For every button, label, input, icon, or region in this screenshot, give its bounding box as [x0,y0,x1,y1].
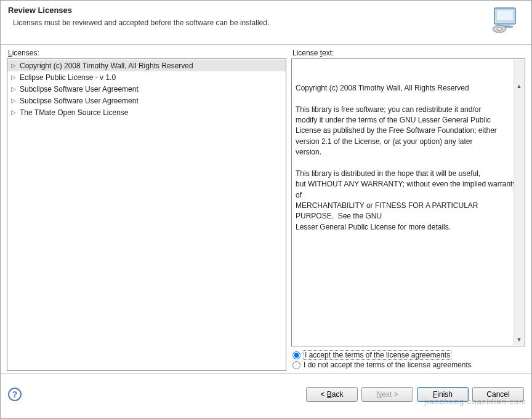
content-area: Licenses: ▷Copyright (c) 2008 Timothy Wa… [1,45,531,373]
license-tree-item[interactable]: ▷Eclipse Public License - v 1.0 [7,71,286,83]
page-title: Review Licenses [8,6,491,15]
tree-expand-icon[interactable]: ▷ [11,109,18,116]
decline-radio-label: I do not accept the terms of the license… [304,361,472,369]
tree-expand-icon[interactable]: ▷ [11,86,18,92]
decline-radio[interactable] [292,361,300,369]
accept-radio-label: I accept the terms of the license agreem… [304,351,451,359]
license-tree-item-label: Copyright (c) 2008 Timothy Wall, All Rig… [18,62,193,70]
license-tree-item-label: Subclipse Software User Agreement [18,85,139,94]
dialog-footer: ? < Back Next > Finish Cancel [1,373,531,414]
license-text-area[interactable]: Copyright (c) 2008 Timothy Wall, All Rig… [291,58,525,346]
license-tree-item-label: Subclipse Software User Agreement [18,97,139,105]
decline-radio-row[interactable]: I do not accept the terms of the license… [292,360,524,370]
next-button[interactable]: Next > [361,387,413,402]
help-icon[interactable]: ? [8,388,22,401]
licenses-column: Licenses: ▷Copyright (c) 2008 Timothy Wa… [4,49,289,371]
scroll-down-icon[interactable]: ▼ [514,335,524,345]
scroll-up-icon[interactable]: ▲ [514,81,524,92]
cancel-button[interactable]: Cancel [472,387,524,402]
tree-expand-icon[interactable]: ▷ [11,74,18,81]
svg-rect-1 [496,10,514,21]
license-text-content: Copyright (c) 2008 Timothy Wall, All Rig… [296,83,521,233]
licenses-tree[interactable]: ▷Copyright (c) 2008 Timothy Wall, All Ri… [7,58,286,371]
finish-button[interactable]: Finish [417,387,469,402]
tree-expand-icon[interactable]: ▷ [11,62,18,69]
license-acceptance-group: I accept the terms of the license agreem… [291,346,525,371]
accept-radio[interactable] [292,351,300,359]
install-wizard-icon [491,6,520,35]
vertical-scrollbar[interactable]: ▲ ▼ [514,60,524,345]
licenses-label: Licenses: [7,49,286,57]
license-tree-item[interactable]: ▷The TMate Open Source License [7,106,286,118]
accept-radio-row[interactable]: I accept the terms of the license agreem… [292,350,524,360]
license-tree-item[interactable]: ▷Copyright (c) 2008 Timothy Wall, All Ri… [7,60,286,71]
license-tree-item-label: The TMate Open Source License [18,108,129,117]
license-tree-item[interactable]: ▷Subclipse Software User Agreement [7,95,286,106]
tree-expand-icon[interactable]: ▷ [11,97,18,104]
dialog-header: Review Licenses Licenses must be reviewe… [1,1,531,45]
page-subtitle: Licenses must be reviewed and accepted b… [8,18,491,27]
header-text-block: Review Licenses Licenses must be reviewe… [8,6,491,27]
license-text-column: License text: Copyright (c) 2008 Timothy… [289,49,528,371]
svg-point-5 [497,28,502,30]
license-tree-item[interactable]: ▷Subclipse Software User Agreement [7,83,286,95]
back-button[interactable]: < Back [306,387,358,402]
license-text-label: License text: [291,49,525,57]
license-tree-item-label: Eclipse Public License - v 1.0 [18,73,116,82]
